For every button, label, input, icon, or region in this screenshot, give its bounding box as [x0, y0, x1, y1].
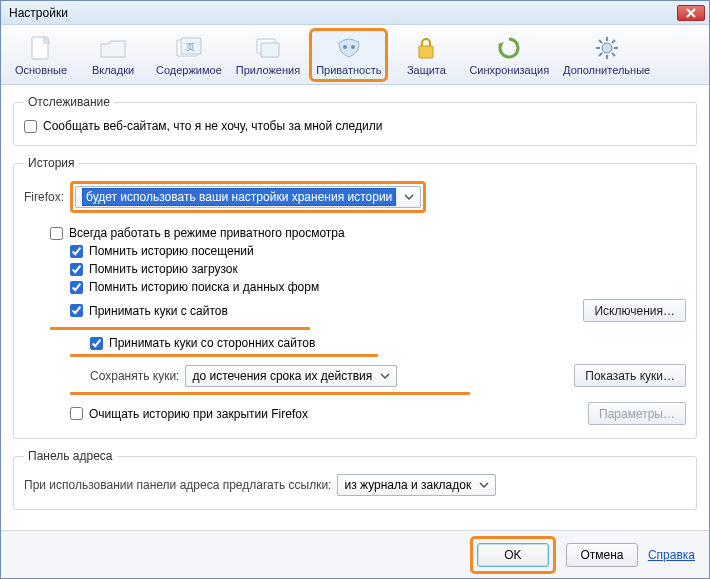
chevron-down-icon	[402, 190, 416, 204]
tab-security[interactable]: Защита	[392, 30, 460, 80]
svg-rect-8	[419, 46, 433, 58]
document-icon	[12, 34, 70, 62]
mask-icon	[316, 34, 381, 62]
suggest-label: При использовании панели адреса предлага…	[24, 478, 331, 492]
chevron-down-icon	[477, 478, 491, 492]
remember-search-form-checkbox[interactable]: Помнить историю поиска и данных форм	[24, 278, 686, 296]
locationbar-suggest-dropdown[interactable]: из журнала и закладок	[337, 474, 496, 496]
content-pane: Отслеживание Сообщать веб-сайтам, что я …	[1, 85, 709, 530]
dialog-footer: OK Отмена Справка	[1, 530, 709, 578]
svg-line-14	[599, 40, 602, 43]
svg-line-16	[612, 40, 615, 43]
section-tracking-legend: Отслеживание	[24, 95, 114, 109]
windows-icon	[236, 34, 300, 62]
titlebar: Настройки	[1, 1, 709, 25]
lock-icon	[397, 34, 455, 62]
keep-cookies-label: Сохранять куки:	[90, 369, 179, 383]
firefox-mode-label: Firefox:	[24, 190, 64, 204]
show-cookies-button[interactable]: Показать куки…	[574, 364, 686, 387]
tab-sync[interactable]: Синхронизация	[464, 30, 554, 80]
highlight-marker: будет использовать ваши настройки хранен…	[70, 181, 426, 213]
section-tracking: Отслеживание Сообщать веб-сайтам, что я …	[13, 95, 697, 146]
help-link[interactable]: Справка	[648, 548, 695, 562]
svg-line-15	[612, 53, 615, 56]
tab-advanced[interactable]: Дополнительные	[558, 30, 655, 80]
accept-third-party-cookies-checkbox[interactable]: Принимать куки со сторонних сайтов	[24, 334, 686, 352]
svg-point-7	[351, 45, 355, 49]
chevron-down-icon	[378, 369, 392, 383]
do-not-track-checkbox[interactable]: Сообщать веб-сайтам, что я не хочу, чтоб…	[24, 117, 686, 135]
tab-tabs[interactable]: Вкладки	[79, 30, 147, 80]
remember-downloads-checkbox[interactable]: Помнить историю загрузок	[24, 260, 686, 278]
settings-window: Настройки Основные Вкладки 页 Содержимое	[0, 0, 710, 579]
content-icon: 页	[156, 34, 222, 62]
svg-point-6	[343, 45, 347, 49]
cancel-button[interactable]: Отмена	[566, 543, 638, 567]
svg-line-17	[599, 53, 602, 56]
section-history-legend: История	[24, 156, 79, 170]
highlight-marker: OK	[470, 536, 556, 574]
cookies-exceptions-button[interactable]: Исключения…	[583, 299, 686, 322]
folder-icon	[84, 34, 142, 62]
highlight-marker	[70, 392, 470, 395]
tab-content[interactable]: 页 Содержимое	[151, 30, 227, 80]
close-icon	[686, 8, 696, 18]
sync-icon	[469, 34, 549, 62]
clear-on-close-settings-button: Параметры…	[588, 402, 686, 425]
section-locationbar-legend: Панель адреса	[24, 449, 117, 463]
remember-browsing-checkbox[interactable]: Помнить историю посещений	[24, 242, 686, 260]
gear-icon	[563, 34, 650, 62]
always-private-checkbox[interactable]: Всегда работать в режиме приватного прос…	[24, 224, 686, 242]
keep-cookies-dropdown[interactable]: до истечения срока их действия	[185, 365, 397, 387]
clear-on-close-checkbox[interactable]: Очищать историю при закрытии Firefox	[70, 407, 308, 421]
window-close-button[interactable]	[677, 5, 705, 21]
section-locationbar: Панель адреса При использовании панели а…	[13, 449, 697, 510]
svg-rect-5	[261, 43, 279, 57]
tab-privacy[interactable]: Приватность	[309, 28, 388, 82]
tab-applications[interactable]: Приложения	[231, 30, 305, 80]
highlight-marker	[50, 327, 310, 330]
highlight-marker	[70, 354, 378, 357]
svg-text:页: 页	[186, 42, 195, 52]
section-history: История Firefox: будет использовать ваши…	[13, 156, 697, 439]
history-mode-dropdown[interactable]: будет использовать ваши настройки хранен…	[75, 186, 421, 208]
category-toolbar: Основные Вкладки 页 Содержимое Приложения…	[1, 25, 709, 85]
window-title: Настройки	[9, 6, 677, 20]
tab-general[interactable]: Основные	[7, 30, 75, 80]
ok-button[interactable]: OK	[477, 543, 549, 567]
accept-cookies-checkbox[interactable]: Принимать куки с сайтов	[70, 304, 228, 318]
svg-point-9	[602, 43, 612, 53]
